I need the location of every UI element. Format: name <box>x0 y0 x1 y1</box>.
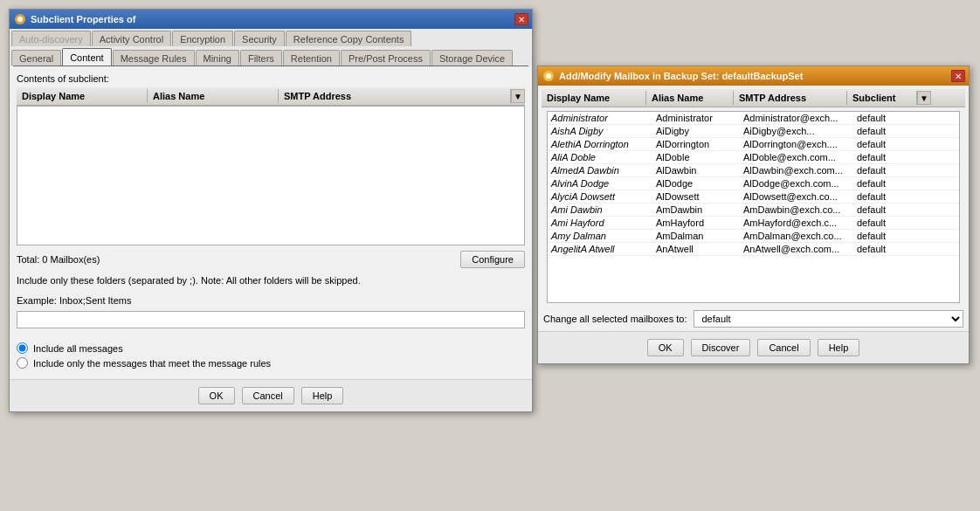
mailbox-col-display: Display Name <box>542 91 646 105</box>
tab-encryption[interactable]: Encryption <box>172 31 233 46</box>
folder-input[interactable] <box>17 311 525 328</box>
mailbox-cell-2: AnAtwell@exch.com... <box>740 243 853 255</box>
tab-general[interactable]: General <box>11 50 61 66</box>
tab-message-rules[interactable]: Message Rules <box>113 50 195 66</box>
col-smtp-address: SMTP Address <box>279 89 511 103</box>
mailbox-list-item[interactable]: AlethiA DorringtonAlDorringtonAlDorringt… <box>548 138 959 151</box>
subclient-mailbox-list[interactable] <box>17 106 525 245</box>
mailbox-scroll-arrow: ▼ <box>917 91 931 105</box>
tab-retention[interactable]: Retention <box>283 50 340 66</box>
tab-storage-device[interactable]: Storage Device <box>431 50 513 66</box>
mailbox-list-item[interactable]: AngelitA AtwellAnAtwellAnAtwell@exch.com… <box>548 243 959 256</box>
mailbox-list-item[interactable]: AishA DigbyAiDigbyAiDigby@exch...default <box>548 125 959 138</box>
total-row: Total: 0 Mailbox(es) Configure <box>17 251 525 268</box>
mailbox-cell-2: AlDawbin@exch.com... <box>740 164 853 176</box>
tab-content[interactable]: Content <box>62 48 112 66</box>
radio-include-all-input[interactable] <box>17 342 28 354</box>
mailbox-list-item[interactable]: Amy DalmanAmDalmanAmDalman@exch.co...def… <box>548 230 959 243</box>
info-text-line1: Include only these folders (separated by… <box>17 273 525 288</box>
dialog2-title: Add/Modify Mailbox in Backup Set: defaul… <box>559 71 951 81</box>
radio-group: Include all messages Include only the me… <box>17 342 525 369</box>
mailbox-list-item[interactable]: Ami HayfordAmHayfordAmHayford@exch.c...d… <box>548 217 959 230</box>
mailbox-cell-3: default <box>853 125 923 137</box>
dialog2-title-bar: Add/Modify Mailbox in Backup Set: defaul… <box>538 66 969 86</box>
mailbox-cell-0: Ami Hayford <box>548 217 652 229</box>
mailbox-cell-2: AlDorrington@exch.... <box>740 138 853 150</box>
dialog1-ok-button[interactable]: OK <box>198 387 235 404</box>
tab-mining[interactable]: Mining <box>196 50 239 66</box>
mailbox-cell-0: AngelitA Atwell <box>548 243 652 255</box>
mailbox-header: Display Name Alias Name SMTP Address Sub… <box>542 89 965 107</box>
subclient-properties-dialog: Subclient Properties of ✕ Auto-discovery… <box>9 9 533 412</box>
dialog1-content: Contents of subclient: Display Name Alia… <box>10 66 532 379</box>
mailbox-cell-3: default <box>853 217 923 229</box>
mailbox-col-smtp: SMTP Address <box>734 91 847 105</box>
mailbox-cell-0: Amy Dalman <box>548 230 652 242</box>
mailbox-cell-3: default <box>853 164 923 176</box>
tab-security[interactable]: Security <box>234 31 285 46</box>
contents-label: Contents of subclient: <box>17 73 525 84</box>
dialog2-icon <box>542 69 556 83</box>
mailbox-col-alias: Alias Name <box>646 91 734 105</box>
mailbox-cell-3: default <box>853 243 923 255</box>
mailbox-cell-1: AmDalman <box>652 230 740 242</box>
mailbox-cell-1: AlDoble <box>652 151 740 163</box>
mailbox-cell-3: default <box>853 177 923 190</box>
dialog2-ok-button[interactable]: OK <box>647 339 684 356</box>
radio-include-rules-input[interactable] <box>17 357 28 369</box>
mailbox-cell-2: AiDigby@exch... <box>740 125 853 137</box>
mailbox-list-item[interactable]: Ami DawbinAmDawbinAmDawbin@exch.co...def… <box>548 204 959 217</box>
dialog1-help-button[interactable]: Help <box>301 387 344 404</box>
dialog2-help-button[interactable]: Help <box>818 339 860 356</box>
mailbox-list-item[interactable]: AliA DobleAlDobleAlDoble@exch.com...defa… <box>548 151 959 164</box>
dialog2-cancel-button[interactable]: Cancel <box>757 339 810 356</box>
total-text: Total: 0 Mailbox(es) <box>17 254 100 265</box>
tab-pre-post-process[interactable]: Pre/Post Process <box>341 50 431 66</box>
tab-auto-discovery[interactable]: Auto-discovery <box>11 31 91 46</box>
tab-reference-copy-contents[interactable]: Reference Copy Contents <box>286 31 412 46</box>
mailbox-list-item[interactable]: AlmedA DawbinAlDawbinAlDawbin@exch.com..… <box>548 164 959 177</box>
tabs-row2: General Content Message Rules Mining Fil… <box>11 48 530 66</box>
radio-include-rules: Include only the messages that meet the … <box>17 357 525 369</box>
mailbox-rows-list[interactable]: AdministratorAdministratorAdministrator@… <box>547 111 960 303</box>
mailbox-cell-1: AmHayford <box>652 217 740 229</box>
change-label: Change all selected mailboxes to: <box>543 314 687 324</box>
mailbox-cell-0: AliA Doble <box>548 151 652 163</box>
tabs-row1: Auto-discovery Activity Control Encrypti… <box>11 31 530 46</box>
dialog1-close-button[interactable]: ✕ <box>514 13 528 25</box>
mailbox-list-item[interactable]: AlvinA DodgeAlDodgeAlDodge@exch.com...de… <box>548 177 959 190</box>
mailbox-cell-3: default <box>853 138 923 150</box>
mailbox-cell-2: AmDalman@exch.co... <box>740 230 853 242</box>
list-header-scroll: ▼ <box>511 89 525 103</box>
dialog2-close-button[interactable]: ✕ <box>951 70 965 82</box>
mailbox-col-subclient: Subclient <box>847 91 917 105</box>
mailbox-list-item[interactable]: AdministratorAdministratorAdministrator@… <box>548 112 959 125</box>
dialog1-title: Subclient Properties of <box>31 14 514 24</box>
tab-activity-control[interactable]: Activity Control <box>92 31 171 46</box>
mailbox-cell-3: default <box>853 112 923 124</box>
add-modify-mailbox-dialog: Add/Modify Mailbox in Backup Set: defaul… <box>537 66 970 364</box>
dialog1-icon <box>13 12 27 26</box>
radio-include-rules-label: Include only the messages that meet the … <box>33 358 271 369</box>
mailbox-cell-3: default <box>853 190 923 203</box>
mailbox-cell-3: default <box>853 204 923 216</box>
dialog1-cancel-button[interactable]: Cancel <box>242 387 294 404</box>
mailbox-cell-2: AmDawbin@exch.co... <box>740 204 853 216</box>
dialog2-discover-button[interactable]: Discover <box>691 339 751 356</box>
mailbox-cell-1: AlDorrington <box>652 138 740 150</box>
mailbox-cell-1: AlDawbin <box>652 164 740 176</box>
mailbox-cell-2: AlDowsett@exch.co... <box>740 190 853 203</box>
configure-button[interactable]: Configure <box>460 251 525 268</box>
radio-include-all: Include all messages <box>17 342 525 354</box>
mailbox-cell-2: AmHayford@exch.c... <box>740 217 853 229</box>
mailbox-cell-3: default <box>853 151 923 163</box>
mailbox-list-wrapper: Display Name Alias Name SMTP Address Sub… <box>542 89 965 303</box>
subclient-select[interactable]: default <box>694 310 963 328</box>
mailbox-cell-0: AlmedA Dawbin <box>548 164 652 176</box>
mailbox-cell-0: Ami Dawbin <box>548 204 652 216</box>
mailbox-cell-1: AnAtwell <box>652 243 740 255</box>
mailbox-list-item[interactable]: AlyciA DowsettAlDowsettAlDowsett@exch.co… <box>548 190 959 204</box>
tab-filters[interactable]: Filters <box>240 50 282 66</box>
mailbox-cell-1: AiDigby <box>652 125 740 137</box>
mailbox-cell-1: AlDodge <box>652 177 740 190</box>
